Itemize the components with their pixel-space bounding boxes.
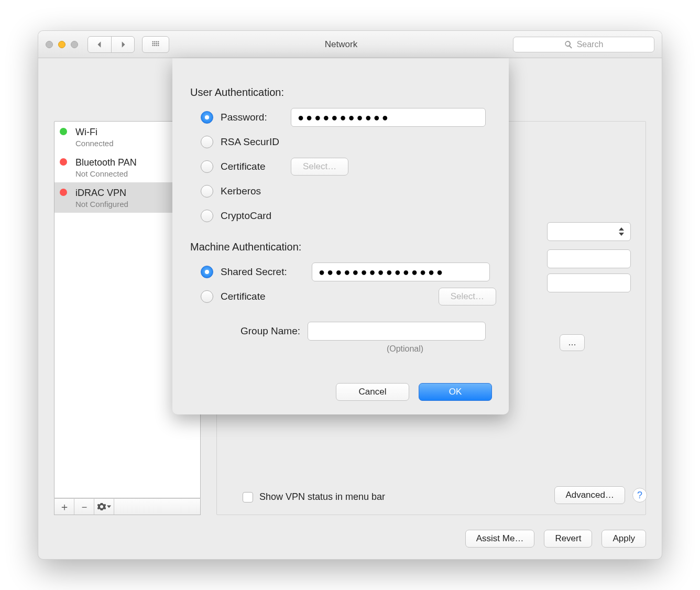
group-name-field[interactable] [308,322,486,341]
ok-button[interactable]: OK [419,383,492,401]
apply-button[interactable]: Apply [601,530,646,548]
add-service-button[interactable]: ＋ [54,499,74,515]
advanced-button[interactable]: Advanced… [554,486,625,504]
group-name-hint: (Optional) [316,344,494,354]
svg-point-0 [152,41,154,42]
search-icon [564,40,573,49]
status-dot-icon [60,189,67,196]
user-auth-password-row: Password: [201,106,496,129]
svg-point-5 [154,43,155,44]
svg-point-1 [154,41,155,42]
svg-point-7 [158,43,159,44]
show-vpn-row: Show VPN status in menu bar [243,491,385,502]
traffic-lights [46,41,78,48]
show-all-prefs[interactable] [142,36,169,53]
back-button[interactable] [88,37,111,52]
detail-field-2[interactable] [547,274,631,292]
detail-field-1[interactable] [547,249,631,268]
search-field[interactable]: Search [513,37,654,52]
user-cert-select-button[interactable]: Select… [291,158,348,176]
status-dot-icon [60,128,67,135]
auth-settings-sheet: User Authentication: Password: RSA Secur… [172,58,509,414]
service-action-menu[interactable] [94,499,114,515]
machine-cert-label: Certificate [221,291,404,302]
close-window-button[interactable] [46,41,53,48]
status-dot-icon [60,158,67,166]
user-auth-kerberos-radio[interactable] [201,185,213,198]
chevron-left-icon [96,41,103,48]
window-footer: Assist Me… Revert Apply [465,530,646,548]
minimize-window-button[interactable] [58,41,65,48]
user-auth-cert-row: Certificate Select… [201,155,496,178]
svg-point-9 [154,45,155,46]
svg-point-3 [158,41,159,42]
config-select[interactable] [547,222,631,241]
svg-point-11 [158,45,159,46]
user-auth-securid-row: RSA SecurID [201,130,496,154]
titlebar: Network Search [38,31,662,58]
revert-button[interactable]: Revert [544,530,592,548]
group-name-row: Group Name: [185,320,496,343]
chevron-down-icon [107,505,111,509]
svg-point-10 [156,45,157,46]
machine-shared-secret-radio[interactable] [201,266,213,278]
zoom-window-button[interactable] [71,41,78,48]
user-auth-password-label: Password: [221,112,283,123]
user-auth-heading: User Authentication: [190,86,496,99]
cancel-button[interactable]: Cancel [336,383,409,401]
auth-settings-button[interactable]: … [560,334,585,351]
assist-me-button[interactable]: Assist Me… [465,530,535,548]
svg-point-4 [152,43,154,44]
sidebar-toolbar-filler [114,499,200,515]
user-auth-cert-radio[interactable] [201,160,213,173]
password-field[interactable] [291,108,486,127]
user-auth-cryptocard-label: CryptoCard [221,210,271,222]
machine-auth-heading: Machine Authentication: [190,241,496,253]
svg-point-6 [156,43,157,44]
user-auth-kerberos-row: Kerberos [201,180,496,203]
machine-cert-select-button[interactable]: Select… [439,288,496,305]
chevron-right-icon [119,41,127,48]
user-auth-securid-label: RSA SecurID [221,136,279,148]
group-name-label: Group Name: [185,325,300,337]
sheet-footer: Cancel OK [336,383,492,401]
show-vpn-label: Show VPN status in menu bar [259,491,385,502]
forward-button[interactable] [111,37,134,52]
svg-point-2 [156,41,157,42]
sidebar-toolbar: ＋ － [54,498,201,515]
machine-shared-secret-label: Shared Secret: [221,266,304,278]
shared-secret-field[interactable] [312,263,490,281]
remove-service-button[interactable]: － [74,499,94,515]
svg-point-8 [152,45,154,46]
user-auth-cryptocard-row: CryptoCard [201,204,496,227]
machine-shared-secret-row: Shared Secret: [201,260,496,283]
user-auth-cert-label: Certificate [221,161,283,172]
user-auth-password-radio[interactable] [201,111,213,124]
help-button[interactable]: ? [632,488,647,502]
machine-cert-row: Certificate Select… [201,285,496,308]
nav-back-forward [88,36,135,53]
show-vpn-checkbox[interactable] [243,492,253,502]
grid-icon [152,41,159,48]
user-auth-cryptocard-radio[interactable] [201,210,213,222]
user-auth-kerberos-label: Kerberos [221,185,261,197]
machine-cert-radio[interactable] [201,290,213,303]
window-title: Network [169,39,513,50]
gear-icon [97,502,106,511]
preferences-window: Network Search Wi-Fi Connected Bluetooth… [38,30,662,560]
user-auth-securid-radio[interactable] [201,136,213,148]
search-placeholder: Search [577,40,604,49]
select-stepper-icon [619,227,627,236]
